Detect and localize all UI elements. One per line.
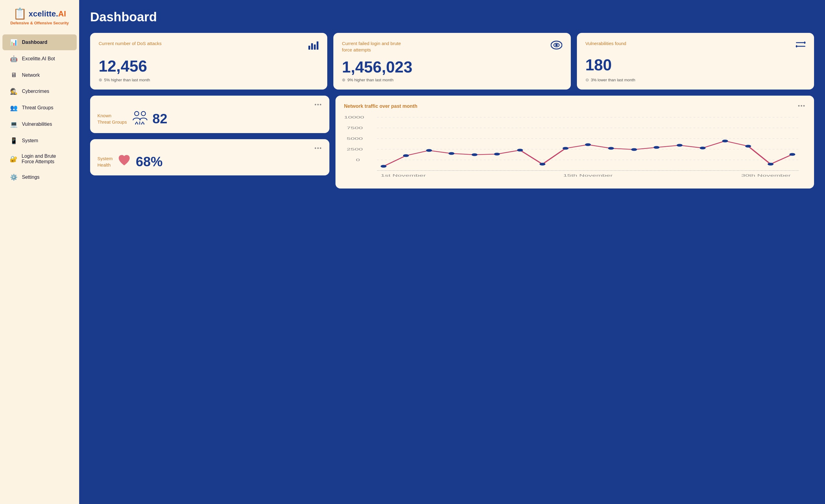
svg-point-11 [142,123,144,125]
threat-groups-label: Known Threat Groups [97,113,127,125]
sidebar-item-label: Threat Groups [22,105,53,111]
sidebar-item-label: Dashboard [22,40,48,45]
login-subtext: ⊕ 9% higher than last month [342,77,562,82]
system-health-header: ••• [97,145,322,152]
threat-groups-body: Known Threat Groups [97,111,322,127]
dos-card-header: Current number of DoS attacks [99,40,319,52]
main-content: Dashboard Current number of DoS attacks … [79,0,825,504]
system-health-label: System Health [97,155,112,168]
svg-point-10 [136,123,138,125]
sidebar-item-label: Settings [22,174,40,180]
login-card-label: Current failed login and brute force att… [342,40,409,53]
sidebar-item-dashboard[interactable]: 📊 Dashboard [2,34,77,50]
logo-pre: xcelitte. [28,9,58,18]
sidebar-item-settings[interactable]: ⚙️ Settings [2,169,77,185]
chart-point-16 [746,145,751,147]
sidebar-item-label: Cybercrimes [22,89,49,94]
svg-rect-1 [311,43,313,50]
login-value: 1,456,023 [342,59,562,75]
chart-point-7 [540,163,545,165]
sidebar-item-label: System [22,138,38,143]
chart-point-9 [585,143,591,146]
sidebar-item-system[interactable]: 📱 System [2,133,77,149]
svg-rect-2 [314,45,316,50]
bottom-row: ••• Known Threat Groups [90,96,814,189]
sidebar-item-vulnerabilities[interactable]: 💻 Vulnerabilities [2,116,77,132]
logo-area: 📋 xcelitte.AI Defensive & Offensive Secu… [0,0,79,29]
system-health-body: System Health 68% [97,154,322,169]
vuln-subtext: ⊖ 3% lower than last month [585,77,806,82]
y-label-10000: 10000 [344,116,364,119]
sidebar-item-bot[interactable]: 🤖 Excelitte.AI Bot [2,51,77,67]
page-title: Dashboard [90,10,814,24]
nav-list: 📊 Dashboard 🤖 Excelitte.AI Bot 🖥 Network… [0,29,79,504]
x-label-1nov: 1st November [381,173,426,177]
vuln-card-header: Vulnerabilities found [585,40,806,51]
chart-point-12 [654,146,659,149]
sidebar-item-cybercrimes[interactable]: 🕵️ Cybercrimes [2,83,77,99]
sidebar-item-label: Login and Brute Force Attempts [22,153,69,164]
dos-subtext-icon: ⊕ [99,77,102,82]
y-label-2500: 2500 [347,147,363,151]
chart-point-2 [427,149,432,152]
threat-groups-mini-icon [132,111,148,127]
threat-groups-header: ••• [97,102,322,108]
chart-point-15 [723,140,728,142]
threat-groups-value: 82 [153,111,167,126]
sidebar-item-threat-groups[interactable]: 👥 Threat Groups [2,100,77,116]
dashboard-icon: 📊 [10,39,18,46]
chart-header: Network traffic over past month ••• [344,103,806,109]
sidebar: 📋 xcelitte.AI Defensive & Offensive Secu… [0,0,79,504]
vulnerabilities-icon: 💻 [10,121,18,128]
y-label-7500: 7500 [347,126,363,130]
system-health-menu[interactable]: ••• [314,145,322,152]
dos-subtext: ⊕ 5% higher than last month [99,77,319,82]
logo-text: xcelitte.AI [28,9,66,18]
login-card: Current failed login and brute force att… [333,33,571,89]
y-label-5000: 5000 [347,137,363,140]
chart-point-3 [449,152,454,155]
vuln-card: Vulnerabilities found 180 ⊖ 3% lower tha… [577,33,814,89]
vuln-card-icon [796,40,806,51]
logo-accent: AI [58,9,66,18]
dos-card-icon [308,40,319,52]
vuln-subtext-icon: ⊖ [585,77,589,82]
chart-point-11 [631,148,636,151]
chart-menu[interactable]: ••• [798,103,806,109]
system-health-label-wrap: System Health [97,155,112,168]
settings-icon: ⚙️ [10,173,18,181]
login-card-header: Current failed login and brute force att… [342,40,562,53]
vuln-value: 180 [585,57,806,73]
bot-icon: 🤖 [10,55,18,62]
login-subtext-text: 9% higher than last month [347,78,393,82]
chart-point-10 [608,147,613,149]
sidebar-item-label: Excelitte.AI Bot [22,56,55,62]
svg-point-7 [135,112,139,116]
sidebar-item-login[interactable]: 🔐 Login and Brute Force Attempts [2,149,77,169]
chart-point-5 [495,153,500,155]
login-subtext-icon: ⊕ [342,77,346,82]
network-icon: 🖥 [10,72,18,79]
chart-svg: 10000 7500 5000 2500 0 1st November 15th… [344,114,806,181]
chart-point-4 [472,153,477,156]
chart-point-1 [403,154,408,157]
chart-point-13 [677,144,682,146]
chart-point-17 [768,163,773,165]
chart-point-18 [790,153,795,156]
chart-title: Network traffic over past month [344,103,418,109]
vuln-subtext-text: 3% lower than last month [591,78,635,82]
top-cards: Current number of DoS attacks 12,456 ⊕ 5… [90,33,814,89]
sidebar-item-label: Network [22,72,40,78]
chart-point-0 [381,165,386,167]
chart-area: 10000 7500 5000 2500 0 1st November 15th… [344,114,806,181]
dos-card: Current number of DoS attacks 12,456 ⊕ 5… [90,33,327,89]
sidebar-item-network[interactable]: 🖥 Network [2,67,77,83]
vuln-card-label: Vulnerabilities found [585,40,626,47]
svg-point-6 [555,44,558,46]
x-label-30nov: 30th November [741,173,791,177]
chart-point-6 [518,149,523,151]
logo-row: 📋 xcelitte.AI [13,7,66,20]
svg-point-8 [141,112,146,116]
threat-groups-menu[interactable]: ••• [314,102,322,108]
dos-value: 12,456 [99,58,319,74]
